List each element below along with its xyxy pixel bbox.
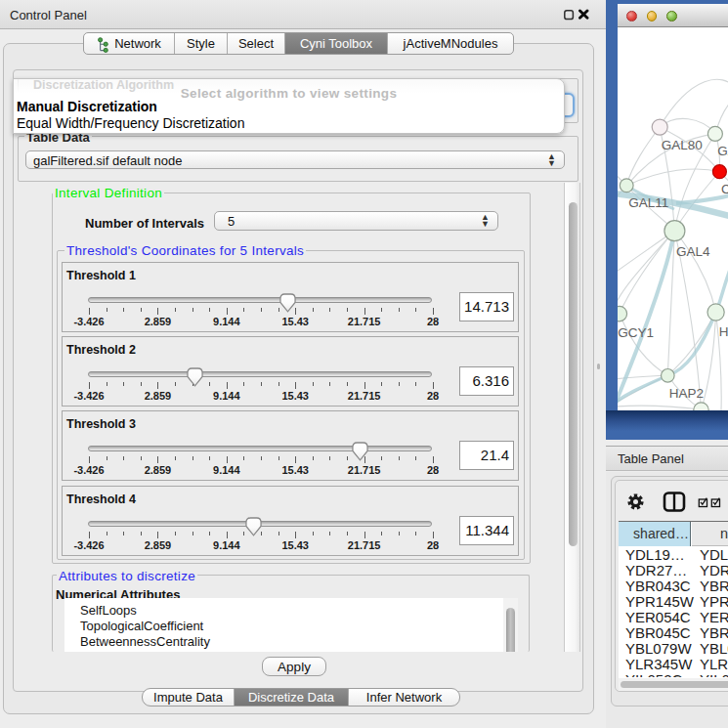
svg-text:H: H: [719, 324, 728, 339]
svg-text:C: C: [721, 182, 728, 196]
svg-text:GA: GA: [717, 144, 728, 158]
svg-text:HAP2: HAP2: [669, 386, 704, 401]
svg-text:GAL11: GAL11: [628, 195, 668, 210]
svg-text:GCY1: GCY1: [618, 325, 654, 340]
svg-text:GAL4: GAL4: [676, 244, 710, 259]
svg-text:GAL80: GAL80: [662, 138, 703, 152]
